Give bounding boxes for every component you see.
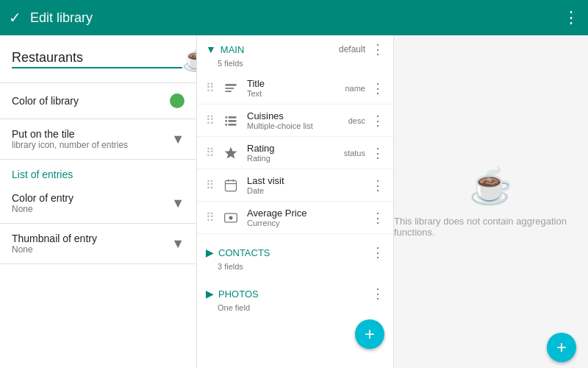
field-icon-date (220, 175, 241, 196)
more-options-icon[interactable]: ⋮ (563, 8, 579, 27)
group-count-photos: One field (197, 303, 393, 316)
svg-rect-4 (229, 116, 237, 118)
field-group-main: ▼ MAIN default ⋮ 5 fields ⠿ Title Text n… (197, 35, 393, 234)
color-of-entry-section: Color of entry None ▼ (0, 183, 196, 224)
group-name-contacts: CONTACTS (218, 247, 371, 258)
svg-rect-1 (226, 88, 234, 89)
chevron-down-icon-entry: ▼ (171, 196, 184, 211)
left-panel: ☕ Color of library Put on the tile libra… (0, 35, 197, 368)
color-of-entry-row[interactable]: Color of entry None ▼ (0, 183, 196, 223)
more-icon-title[interactable]: ⋮ (371, 80, 384, 96)
field-info-rating: Rating Rating (247, 143, 344, 163)
svg-rect-2 (226, 91, 232, 92)
thumbnail-of-entry-value: None (12, 244, 171, 255)
field-row-cuisines: ⠿ Cuisines Multiple-choice list desc ⋮ (197, 105, 393, 137)
color-of-library-section: Color of library (0, 83, 196, 119)
more-icon-lastvisit[interactable]: ⋮ (371, 177, 384, 194)
no-aggregation-text: This library does not contain aggregatio… (394, 216, 588, 238)
field-info-avgprice: Average Price Currency (247, 208, 365, 227)
field-role-cuisines: desc (348, 116, 365, 125)
svg-rect-6 (229, 120, 237, 122)
put-on-tile-section: Put on the tile library icon, number of … (0, 119, 196, 160)
top-bar: ✓ Edit library ⋮ (0, 0, 588, 35)
group-header-main[interactable]: ▼ MAIN default ⋮ (197, 35, 393, 59)
field-row-avgprice: ⠿ Average Price Currency ⋮ (197, 202, 393, 234)
svg-point-15 (229, 216, 233, 219)
drag-handle[interactable]: ⠿ (206, 146, 215, 160)
right-panel: ☕ This library does not contain aggregat… (394, 35, 588, 368)
color-dot[interactable] (170, 93, 184, 108)
field-icon-list (220, 110, 241, 131)
library-name-input[interactable] (12, 50, 182, 68)
add-aggregation-button[interactable]: + (547, 333, 576, 362)
field-role-title: name (345, 84, 365, 93)
cup-icon: ☕ (182, 45, 197, 73)
no-aggregation-icon: ☕ (469, 166, 513, 207)
field-row-rating: ⠿ Rating Rating status ⋮ (197, 137, 393, 169)
group-count-contacts: 3 fields (197, 262, 393, 275)
svg-rect-3 (226, 116, 228, 118)
fab-container-middle: + (197, 325, 393, 355)
middle-panel: ▼ MAIN default ⋮ 5 fields ⠿ Title Text n… (197, 35, 394, 368)
field-icon-star (220, 143, 241, 163)
svg-rect-10 (226, 180, 237, 191)
field-row-title: ⠿ Title Text name ⋮ (197, 72, 393, 105)
field-info-cuisines: Cuisines Multiple-choice list (247, 110, 348, 130)
list-of-entries-header: List of entries (0, 160, 196, 183)
more-icon-contacts[interactable]: ⋮ (371, 244, 384, 261)
drag-handle[interactable]: ⠿ (206, 81, 215, 95)
chevron-down-icon-thumbnail: ▼ (171, 236, 184, 252)
field-row-lastvisit: ⠿ Last visit Date ⋮ (197, 169, 393, 202)
more-icon-avgprice[interactable]: ⋮ (371, 210, 384, 226)
color-of-library-label: Color of library (12, 95, 164, 107)
more-icon-rating[interactable]: ⋮ (371, 145, 384, 161)
drag-handle[interactable]: ⠿ (206, 113, 215, 127)
color-of-entry-value: None (12, 204, 171, 214)
group-badge-main: default (339, 44, 365, 54)
main-layout: ☕ Color of library Put on the tile libra… (0, 35, 588, 368)
svg-rect-8 (229, 124, 237, 126)
more-icon-main[interactable]: ⋮ (371, 41, 384, 57)
library-header: ☕ (0, 35, 196, 83)
field-role-rating: status (344, 149, 365, 158)
field-info-title: Title Text (247, 78, 345, 98)
field-group-contacts: ▶ CONTACTS ⋮ 3 fields (197, 238, 393, 275)
drag-handle[interactable]: ⠿ (206, 178, 215, 192)
group-header-photos[interactable]: ▶ PHOTOS ⋮ (197, 280, 393, 303)
thumbnail-of-entry-label: Thumbnail of entry None (12, 233, 171, 255)
check-icon[interactable]: ✓ (9, 9, 21, 26)
field-info-lastvisit: Last visit Date (247, 175, 365, 195)
group-header-contacts[interactable]: ▶ CONTACTS ⋮ (197, 238, 393, 262)
more-icon-cuisines[interactable]: ⋮ (371, 113, 384, 129)
group-name-photos: PHOTOS (218, 289, 371, 300)
expand-icon-main: ▼ (206, 43, 216, 55)
put-on-tile-sub: library icon, number of entries (12, 140, 171, 150)
svg-rect-7 (226, 124, 228, 126)
thumbnail-of-entry-row[interactable]: Thumbnail of entry None ▼ (0, 224, 196, 263)
chevron-down-icon: ▼ (171, 132, 184, 147)
drag-handle[interactable]: ⠿ (206, 210, 215, 224)
svg-rect-0 (226, 84, 237, 86)
expand-icon-photos: ▶ (206, 288, 214, 300)
add-field-button[interactable]: + (355, 319, 384, 349)
svg-rect-5 (226, 120, 228, 122)
thumbnail-of-entry-section: Thumbnail of entry None ▼ (0, 224, 196, 264)
field-icon-currency (220, 208, 241, 228)
color-of-entry-label: Color of entry None (12, 192, 171, 214)
more-icon-photos[interactable]: ⋮ (371, 286, 384, 302)
group-count-main: 5 fields (197, 59, 393, 72)
color-of-library-row[interactable]: Color of library (0, 83, 196, 118)
put-on-tile-label: Put on the tile library icon, number of … (12, 128, 171, 150)
group-name-main: MAIN (220, 44, 339, 55)
page-title: Edit library (30, 10, 563, 26)
put-on-tile-row[interactable]: Put on the tile library icon, number of … (0, 119, 196, 159)
field-group-photos: ▶ PHOTOS ⋮ One field (197, 280, 393, 316)
expand-icon-contacts: ▶ (206, 247, 214, 258)
field-icon-text (220, 78, 241, 99)
svg-marker-9 (225, 146, 237, 158)
library-icon: ☕ (182, 44, 197, 74)
